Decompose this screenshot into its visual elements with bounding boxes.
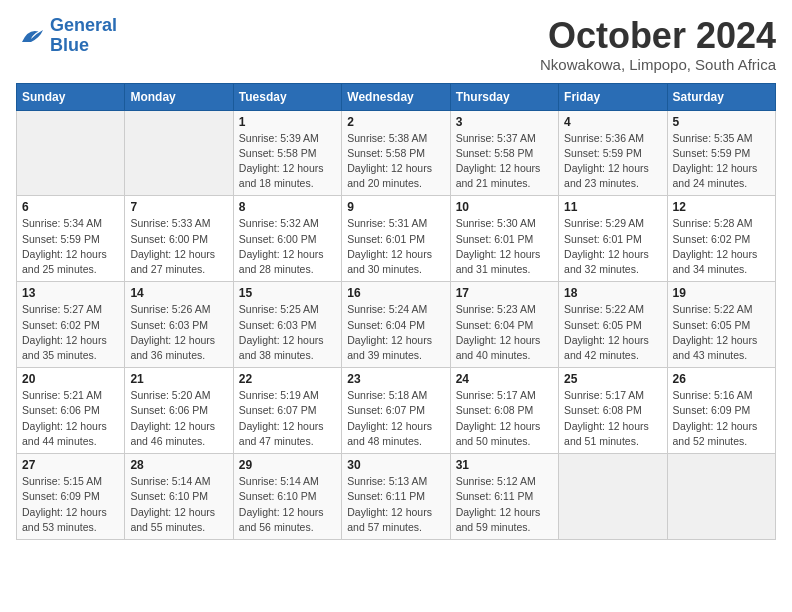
calendar-cell: 21Sunrise: 5:20 AMSunset: 6:06 PMDayligh… [125, 368, 233, 454]
calendar-cell: 31Sunrise: 5:12 AMSunset: 6:11 PMDayligh… [450, 454, 558, 540]
day-number: 7 [130, 200, 227, 214]
day-number: 28 [130, 458, 227, 472]
calendar-cell: 29Sunrise: 5:14 AMSunset: 6:10 PMDayligh… [233, 454, 341, 540]
day-info: Sunrise: 5:31 AMSunset: 6:01 PMDaylight:… [347, 216, 444, 277]
day-number: 23 [347, 372, 444, 386]
calendar-cell: 25Sunrise: 5:17 AMSunset: 6:08 PMDayligh… [559, 368, 667, 454]
logo-icon [16, 21, 46, 51]
day-number: 9 [347, 200, 444, 214]
day-info: Sunrise: 5:29 AMSunset: 6:01 PMDaylight:… [564, 216, 661, 277]
day-info: Sunrise: 5:15 AMSunset: 6:09 PMDaylight:… [22, 474, 119, 535]
calendar-cell: 13Sunrise: 5:27 AMSunset: 6:02 PMDayligh… [17, 282, 125, 368]
day-info: Sunrise: 5:38 AMSunset: 5:58 PMDaylight:… [347, 131, 444, 192]
calendar-cell: 7Sunrise: 5:33 AMSunset: 6:00 PMDaylight… [125, 196, 233, 282]
day-info: Sunrise: 5:19 AMSunset: 6:07 PMDaylight:… [239, 388, 336, 449]
calendar-cell: 10Sunrise: 5:30 AMSunset: 6:01 PMDayligh… [450, 196, 558, 282]
day-info: Sunrise: 5:17 AMSunset: 6:08 PMDaylight:… [456, 388, 553, 449]
day-info: Sunrise: 5:28 AMSunset: 6:02 PMDaylight:… [673, 216, 770, 277]
title-block: October 2024 Nkowakowa, Limpopo, South A… [540, 16, 776, 73]
day-info: Sunrise: 5:24 AMSunset: 6:04 PMDaylight:… [347, 302, 444, 363]
calendar-cell: 26Sunrise: 5:16 AMSunset: 6:09 PMDayligh… [667, 368, 775, 454]
logo-text: General Blue [50, 16, 117, 56]
location-subtitle: Nkowakowa, Limpopo, South Africa [540, 56, 776, 73]
day-of-week-header: Sunday [17, 83, 125, 110]
day-info: Sunrise: 5:14 AMSunset: 6:10 PMDaylight:… [239, 474, 336, 535]
calendar-cell: 2Sunrise: 5:38 AMSunset: 5:58 PMDaylight… [342, 110, 450, 196]
day-number: 27 [22, 458, 119, 472]
day-number: 12 [673, 200, 770, 214]
day-of-week-header: Saturday [667, 83, 775, 110]
calendar-cell: 12Sunrise: 5:28 AMSunset: 6:02 PMDayligh… [667, 196, 775, 282]
day-number: 19 [673, 286, 770, 300]
day-info: Sunrise: 5:36 AMSunset: 5:59 PMDaylight:… [564, 131, 661, 192]
day-info: Sunrise: 5:35 AMSunset: 5:59 PMDaylight:… [673, 131, 770, 192]
calendar-cell: 6Sunrise: 5:34 AMSunset: 5:59 PMDaylight… [17, 196, 125, 282]
day-number: 22 [239, 372, 336, 386]
day-info: Sunrise: 5:16 AMSunset: 6:09 PMDaylight:… [673, 388, 770, 449]
day-number: 31 [456, 458, 553, 472]
calendar-cell: 22Sunrise: 5:19 AMSunset: 6:07 PMDayligh… [233, 368, 341, 454]
calendar-cell: 30Sunrise: 5:13 AMSunset: 6:11 PMDayligh… [342, 454, 450, 540]
calendar-week-row: 13Sunrise: 5:27 AMSunset: 6:02 PMDayligh… [17, 282, 776, 368]
day-number: 5 [673, 115, 770, 129]
day-number: 2 [347, 115, 444, 129]
calendar-cell: 23Sunrise: 5:18 AMSunset: 6:07 PMDayligh… [342, 368, 450, 454]
calendar-cell: 24Sunrise: 5:17 AMSunset: 6:08 PMDayligh… [450, 368, 558, 454]
day-number: 24 [456, 372, 553, 386]
day-number: 8 [239, 200, 336, 214]
calendar-cell: 4Sunrise: 5:36 AMSunset: 5:59 PMDaylight… [559, 110, 667, 196]
day-info: Sunrise: 5:23 AMSunset: 6:04 PMDaylight:… [456, 302, 553, 363]
calendar-cell: 8Sunrise: 5:32 AMSunset: 6:00 PMDaylight… [233, 196, 341, 282]
calendar-cell: 16Sunrise: 5:24 AMSunset: 6:04 PMDayligh… [342, 282, 450, 368]
day-number: 14 [130, 286, 227, 300]
day-number: 13 [22, 286, 119, 300]
day-number: 29 [239, 458, 336, 472]
calendar-cell [559, 454, 667, 540]
calendar-cell: 3Sunrise: 5:37 AMSunset: 5:58 PMDaylight… [450, 110, 558, 196]
day-info: Sunrise: 5:25 AMSunset: 6:03 PMDaylight:… [239, 302, 336, 363]
day-info: Sunrise: 5:22 AMSunset: 6:05 PMDaylight:… [564, 302, 661, 363]
day-number: 11 [564, 200, 661, 214]
day-number: 10 [456, 200, 553, 214]
calendar-cell: 20Sunrise: 5:21 AMSunset: 6:06 PMDayligh… [17, 368, 125, 454]
day-number: 4 [564, 115, 661, 129]
calendar-cell: 14Sunrise: 5:26 AMSunset: 6:03 PMDayligh… [125, 282, 233, 368]
day-number: 1 [239, 115, 336, 129]
day-info: Sunrise: 5:30 AMSunset: 6:01 PMDaylight:… [456, 216, 553, 277]
day-of-week-header: Thursday [450, 83, 558, 110]
day-number: 15 [239, 286, 336, 300]
calendar-week-row: 6Sunrise: 5:34 AMSunset: 5:59 PMDaylight… [17, 196, 776, 282]
calendar-cell [667, 454, 775, 540]
day-number: 17 [456, 286, 553, 300]
day-number: 6 [22, 200, 119, 214]
day-number: 3 [456, 115, 553, 129]
day-info: Sunrise: 5:39 AMSunset: 5:58 PMDaylight:… [239, 131, 336, 192]
calendar-cell [17, 110, 125, 196]
calendar-cell [125, 110, 233, 196]
calendar-cell: 11Sunrise: 5:29 AMSunset: 6:01 PMDayligh… [559, 196, 667, 282]
day-info: Sunrise: 5:14 AMSunset: 6:10 PMDaylight:… [130, 474, 227, 535]
calendar-cell: 28Sunrise: 5:14 AMSunset: 6:10 PMDayligh… [125, 454, 233, 540]
day-info: Sunrise: 5:26 AMSunset: 6:03 PMDaylight:… [130, 302, 227, 363]
day-number: 20 [22, 372, 119, 386]
day-info: Sunrise: 5:20 AMSunset: 6:06 PMDaylight:… [130, 388, 227, 449]
day-info: Sunrise: 5:12 AMSunset: 6:11 PMDaylight:… [456, 474, 553, 535]
day-info: Sunrise: 5:32 AMSunset: 6:00 PMDaylight:… [239, 216, 336, 277]
page-header: General Blue October 2024 Nkowakowa, Lim… [16, 16, 776, 73]
day-info: Sunrise: 5:13 AMSunset: 6:11 PMDaylight:… [347, 474, 444, 535]
day-number: 30 [347, 458, 444, 472]
day-info: Sunrise: 5:21 AMSunset: 6:06 PMDaylight:… [22, 388, 119, 449]
calendar-cell: 18Sunrise: 5:22 AMSunset: 6:05 PMDayligh… [559, 282, 667, 368]
day-info: Sunrise: 5:17 AMSunset: 6:08 PMDaylight:… [564, 388, 661, 449]
day-number: 18 [564, 286, 661, 300]
day-info: Sunrise: 5:34 AMSunset: 5:59 PMDaylight:… [22, 216, 119, 277]
day-info: Sunrise: 5:33 AMSunset: 6:00 PMDaylight:… [130, 216, 227, 277]
day-of-week-header: Tuesday [233, 83, 341, 110]
day-number: 25 [564, 372, 661, 386]
calendar-cell: 27Sunrise: 5:15 AMSunset: 6:09 PMDayligh… [17, 454, 125, 540]
calendar-week-row: 1Sunrise: 5:39 AMSunset: 5:58 PMDaylight… [17, 110, 776, 196]
calendar-cell: 5Sunrise: 5:35 AMSunset: 5:59 PMDaylight… [667, 110, 775, 196]
calendar-cell: 9Sunrise: 5:31 AMSunset: 6:01 PMDaylight… [342, 196, 450, 282]
day-number: 26 [673, 372, 770, 386]
calendar-cell: 17Sunrise: 5:23 AMSunset: 6:04 PMDayligh… [450, 282, 558, 368]
